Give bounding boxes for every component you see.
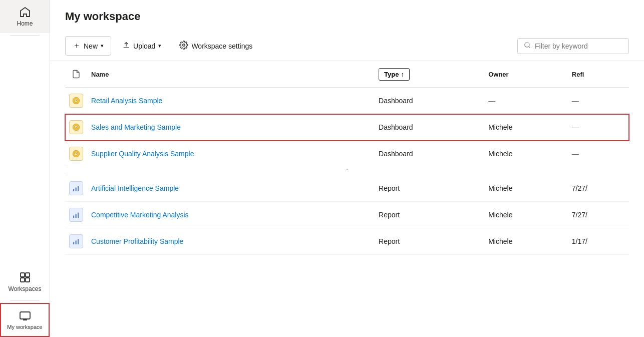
svg-point-14: [76, 100, 77, 102]
svg-rect-28: [76, 241, 77, 245]
home-icon: [19, 6, 31, 18]
sidebar-item-my-workspace[interactable]: My workspace: [0, 303, 50, 337]
row-refreshed: 7/27/: [568, 202, 629, 228]
sidebar-divider-1: [10, 35, 40, 36]
filter-input[interactable]: [535, 42, 622, 50]
report-icon: [69, 181, 83, 195]
plus-icon: ＋: [73, 41, 81, 51]
row-owner: Michele: [484, 228, 568, 255]
svg-rect-29: [78, 239, 79, 245]
row-type: Report: [375, 175, 484, 202]
svg-rect-1: [26, 273, 30, 277]
row-icon-cell: [65, 175, 87, 202]
row-owner: Michele: [484, 141, 568, 167]
sort-arrow-icon: ↑: [401, 71, 405, 78]
row-owner: Michele: [484, 114, 568, 141]
row-name[interactable]: Customer Profitability Sample: [87, 228, 375, 255]
sidebar-workspaces-label: Workspaces: [9, 285, 42, 292]
new-label: New: [84, 42, 98, 50]
row-type: Report: [375, 228, 484, 255]
sidebar-item-home[interactable]: Home: [0, 0, 50, 33]
svg-rect-27: [73, 242, 74, 245]
svg-point-9: [183, 44, 185, 47]
toolbar: ＋ New ▾ Upload ▾ Workspace se: [50, 36, 644, 61]
report-icon: [69, 234, 83, 248]
table-row[interactable]: Supplier Quality Analysis SampleDashboar…: [65, 141, 629, 167]
th-owner: Owner: [484, 61, 568, 88]
sidebar-item-workspaces[interactable]: Workspaces: [0, 265, 50, 298]
table-row[interactable]: Sales and Marketing SampleDashboardMiche…: [65, 114, 629, 141]
table-body: Retail Analysis SampleDashboard—— Sales …: [65, 88, 629, 255]
sidebar-bottom: Workspaces My workspace: [0, 265, 50, 337]
row-icon-cell: [65, 114, 87, 141]
sidebar: Home Workspaces My workspace: [0, 0, 50, 337]
table-row[interactable]: Retail Analysis SampleDashboard——: [65, 88, 629, 114]
chevron-down-icon: ▾: [101, 43, 104, 49]
new-button[interactable]: ＋ New ▾: [65, 36, 111, 56]
filter-container: [517, 38, 629, 54]
row-refreshed: 1/17/: [568, 228, 629, 255]
upload-chevron-icon: ▾: [158, 43, 161, 49]
svg-line-11: [529, 46, 530, 48]
my-workspace-icon: [19, 310, 31, 322]
workspace-table: Name Type ↑ Owner Refi: [65, 61, 629, 255]
table-row[interactable]: Competitive Marketing AnalysisReportMich…: [65, 202, 629, 228]
row-type: Dashboard: [375, 114, 484, 141]
row-refreshed: 7/27/: [568, 175, 629, 202]
svg-rect-24: [73, 216, 74, 218]
table-row[interactable]: Artificial Intelligence SampleReportMich…: [65, 175, 629, 202]
page-header: My workspace: [50, 0, 644, 36]
row-icon-cell: [65, 228, 87, 255]
workspace-settings-label: Workspace settings: [191, 42, 252, 50]
workspace-settings-button[interactable]: Workspace settings: [172, 37, 259, 55]
dashboard-icon: [69, 120, 83, 134]
scroll-indicator-row: ⌃: [65, 167, 629, 175]
sidebar-my-workspace-label: My workspace: [7, 324, 42, 330]
report-icon: [69, 208, 83, 222]
upload-label: Upload: [133, 42, 155, 50]
row-refreshed: —: [568, 114, 629, 141]
svg-rect-26: [78, 213, 79, 218]
search-icon: [524, 42, 531, 51]
svg-point-17: [76, 127, 77, 128]
svg-rect-23: [78, 186, 79, 192]
th-icon: [65, 61, 87, 88]
svg-rect-0: [21, 273, 25, 277]
header-row: Name Type ↑ Owner Refi: [65, 61, 629, 88]
svg-rect-22: [76, 188, 77, 192]
row-owner: Michele: [484, 202, 568, 228]
table-container: Name Type ↑ Owner Refi: [50, 61, 644, 337]
row-name[interactable]: Competitive Marketing Analysis: [87, 202, 375, 228]
th-name: Name: [87, 61, 375, 88]
row-owner: Michele: [484, 175, 568, 202]
row-icon-cell: [65, 202, 87, 228]
th-type[interactable]: Type ↑: [375, 61, 484, 88]
type-sort-button[interactable]: Type ↑: [379, 68, 410, 81]
dashboard-icon: [69, 147, 83, 161]
row-type: Report: [375, 202, 484, 228]
row-name[interactable]: Retail Analysis Sample: [87, 88, 375, 114]
row-name[interactable]: Artificial Intelligence Sample: [87, 175, 375, 202]
svg-rect-25: [76, 214, 77, 218]
row-name[interactable]: Supplier Quality Analysis Sample: [87, 141, 375, 167]
svg-rect-4: [20, 312, 30, 319]
table-header: Name Type ↑ Owner Refi: [65, 61, 629, 88]
sidebar-home-label: Home: [17, 20, 33, 27]
upload-button[interactable]: Upload ▾: [115, 37, 168, 55]
row-type: Dashboard: [375, 141, 484, 167]
svg-rect-2: [21, 278, 25, 282]
table-row[interactable]: Customer Profitability SampleReportMiche…: [65, 228, 629, 255]
row-icon-cell: [65, 141, 87, 167]
page-title: My workspace: [65, 10, 629, 23]
upload-icon: [122, 41, 130, 51]
th-refreshed: Refi: [568, 61, 629, 88]
svg-point-10: [525, 42, 529, 47]
row-refreshed: —: [568, 88, 629, 114]
row-refreshed: —: [568, 141, 629, 167]
row-name[interactable]: Sales and Marketing Sample: [87, 114, 375, 141]
main-content: My workspace ＋ New ▾ Upload ▾: [50, 0, 644, 337]
gear-icon: [179, 41, 188, 51]
row-icon-cell: [65, 88, 87, 114]
svg-point-20: [76, 153, 77, 155]
type-label: Type: [384, 71, 399, 78]
